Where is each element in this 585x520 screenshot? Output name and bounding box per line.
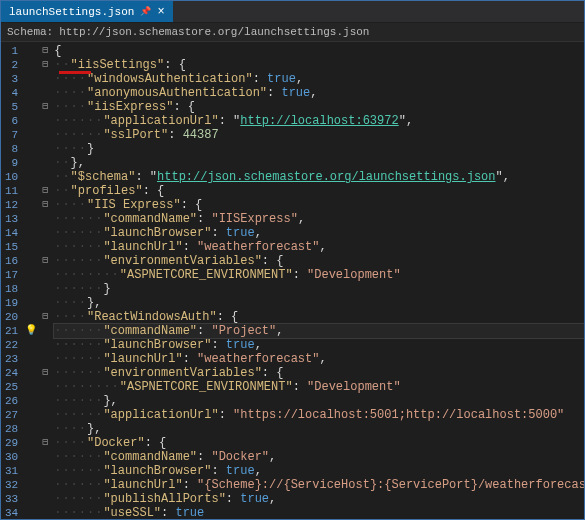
- json-key: "iisExpress": [87, 100, 173, 114]
- fold-toggle-icon[interactable]: ⊟: [38, 198, 52, 212]
- code-line[interactable]: ····"Docker": {: [54, 436, 584, 450]
- code-line[interactable]: ····},: [54, 296, 584, 310]
- code-area[interactable]: {··"iisSettings": {····"windowsAuthentic…: [52, 42, 584, 518]
- json-string[interactable]: http://json.schemastore.org/launchsettin…: [157, 170, 495, 184]
- code-line[interactable]: ··},: [54, 156, 584, 170]
- indent-guide: ······: [54, 212, 103, 226]
- code-line[interactable]: ····}: [54, 142, 584, 156]
- code-line[interactable]: ······"launchBrowser": true,: [54, 464, 584, 478]
- code-line[interactable]: ······"sslPort": 44387: [54, 128, 584, 142]
- code-line[interactable]: ······"environmentVariables": {: [54, 366, 584, 380]
- punctuation: },: [71, 156, 85, 170]
- json-number: 44387: [183, 128, 219, 142]
- code-line[interactable]: {: [54, 44, 584, 58]
- json-boolean: true: [267, 72, 296, 86]
- code-line[interactable]: ····"iisExpress": {: [54, 100, 584, 114]
- indent-guide: ··: [54, 170, 70, 184]
- fold-toggle-icon[interactable]: ⊟: [38, 310, 52, 324]
- indent-guide: ······: [54, 366, 103, 380]
- fold-toggle-icon[interactable]: ⊟: [38, 436, 52, 450]
- code-line[interactable]: ······"launchUrl": "{Scheme}://{ServiceH…: [54, 478, 584, 492]
- json-key: "iisSettings": [71, 58, 165, 72]
- indent-guide: ······: [54, 394, 103, 408]
- code-line[interactable]: ····"ReactWindowsAuth": {: [54, 310, 584, 324]
- code-line[interactable]: ······"commandName": "Project",: [54, 324, 584, 338]
- schema-url[interactable]: http://json.schemastore.org/launchsettin…: [59, 26, 369, 38]
- close-icon[interactable]: ×: [157, 6, 164, 18]
- bulb-spacer: [24, 310, 38, 324]
- line-number: 11: [5, 184, 18, 198]
- code-line[interactable]: ······"environmentVariables": {: [54, 254, 584, 268]
- line-number: 12: [5, 198, 18, 212]
- fold-toggle-icon[interactable]: ⊟: [38, 44, 52, 58]
- line-number: 18: [5, 282, 18, 296]
- fold-spacer: [38, 506, 52, 518]
- fold-toggle-icon[interactable]: ⊟: [38, 184, 52, 198]
- code-line[interactable]: ······}: [54, 282, 584, 296]
- json-key: "applicationUrl": [103, 114, 218, 128]
- fold-toggle-icon[interactable]: ⊟: [38, 100, 52, 114]
- code-line[interactable]: ····"anonymousAuthentication": true,: [54, 86, 584, 100]
- code-line[interactable]: ······"useSSL": true: [54, 506, 584, 518]
- fold-toggle-icon[interactable]: ⊟: [38, 366, 52, 380]
- bulb-spacer: [24, 142, 38, 156]
- json-boolean: true: [226, 464, 255, 478]
- line-number-gutter: 1234567891011121314151617181920212223242…: [1, 42, 24, 518]
- fold-spacer: [38, 296, 52, 310]
- line-number: 28: [5, 422, 18, 436]
- indent-guide: ··: [54, 184, 70, 198]
- punctuation: ,: [298, 212, 305, 226]
- bulb-spacer: [24, 394, 38, 408]
- indent-guide: ····: [54, 100, 87, 114]
- json-string: "Development": [307, 380, 401, 394]
- code-line[interactable]: ··"$schema": "http://json.schemastore.or…: [54, 170, 584, 184]
- indent-guide: ··: [54, 58, 70, 72]
- code-line[interactable]: ······"publishAllPorts": true,: [54, 492, 584, 506]
- code-line[interactable]: ······"launchUrl": "weatherforecast",: [54, 352, 584, 366]
- json-string: "Project": [211, 324, 276, 338]
- code-line[interactable]: ··"iisSettings": {: [54, 58, 584, 72]
- lightbulb-icon[interactable]: 💡: [24, 324, 38, 338]
- line-number: 20: [5, 310, 18, 324]
- json-key: "useSSL": [103, 506, 161, 518]
- json-string[interactable]: http://localhost:63972: [240, 114, 398, 128]
- indent-guide: ····: [54, 422, 87, 436]
- fold-spacer: [38, 142, 52, 156]
- bulb-spacer: [24, 478, 38, 492]
- code-line[interactable]: ······"commandName": "Docker",: [54, 450, 584, 464]
- json-key: "launchBrowser": [103, 464, 211, 478]
- code-line[interactable]: ········"ASPNETCORE_ENVIRONMENT": "Devel…: [54, 380, 584, 394]
- code-line[interactable]: ······"applicationUrl": "https://localho…: [54, 408, 584, 422]
- pin-icon[interactable]: 📌: [140, 6, 151, 17]
- tab-launchsettings[interactable]: launchSettings.json 📌 ×: [1, 1, 173, 22]
- code-line[interactable]: ······"launchUrl": "weatherforecast",: [54, 240, 584, 254]
- indent-guide: ······: [54, 254, 103, 268]
- punctuation: ,: [296, 72, 303, 86]
- punctuation: ,: [255, 338, 262, 352]
- fold-spacer: [38, 408, 52, 422]
- code-line[interactable]: ······"applicationUrl": "http://localhos…: [54, 114, 584, 128]
- fold-toggle-icon[interactable]: ⊟: [38, 58, 52, 72]
- line-number: 34: [5, 506, 18, 518]
- json-string: "weatherforecast": [197, 240, 319, 254]
- code-line[interactable]: ··"profiles": {: [54, 184, 584, 198]
- code-line[interactable]: ····},: [54, 422, 584, 436]
- code-line[interactable]: ····"windowsAuthentication": true,: [54, 72, 584, 86]
- bulb-spacer: [24, 240, 38, 254]
- fold-toggle-icon[interactable]: ⊟: [38, 254, 52, 268]
- code-line[interactable]: ······"launchBrowser": true,: [54, 226, 584, 240]
- code-line[interactable]: ····"IIS Express": {: [54, 198, 584, 212]
- indent-guide: ······: [54, 352, 103, 366]
- indent-guide: ····: [54, 310, 87, 324]
- code-line[interactable]: ······"launchBrowser": true,: [54, 338, 584, 352]
- code-line[interactable]: ········"ASPNETCORE_ENVIRONMENT": "Devel…: [54, 268, 584, 282]
- code-editor[interactable]: 1234567891011121314151617181920212223242…: [1, 42, 584, 518]
- bulb-spacer: [24, 352, 38, 366]
- indent-guide: ······: [54, 478, 103, 492]
- code-line[interactable]: ······},: [54, 394, 584, 408]
- tab-title: launchSettings.json: [9, 6, 134, 18]
- line-number: 24: [5, 366, 18, 380]
- code-line[interactable]: ······"commandName": "IISExpress",: [54, 212, 584, 226]
- json-key: "environmentVariables": [103, 254, 261, 268]
- bulb-spacer: [24, 380, 38, 394]
